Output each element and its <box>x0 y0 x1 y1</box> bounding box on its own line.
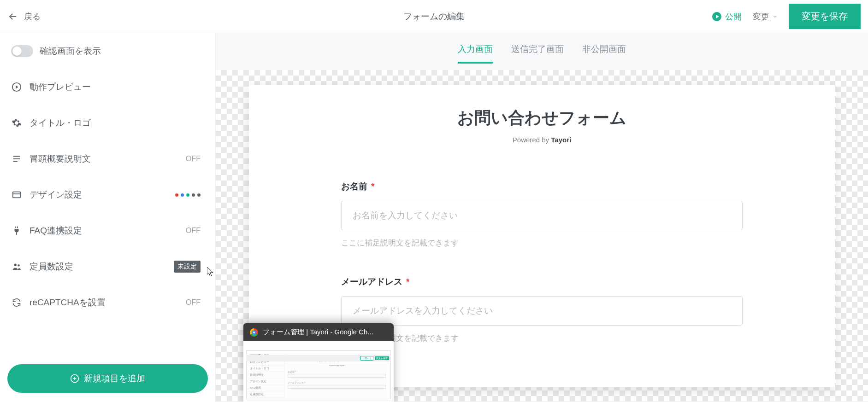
sidebar-item-label: タイトル・ロゴ <box>30 117 204 129</box>
sidebar-item-label: 定員数設定 <box>30 261 174 273</box>
play-icon <box>712 12 721 21</box>
taskbar-preview-title: フォーム管理 | Tayori - Google Ch... <box>263 328 373 337</box>
powered-prefix: Powered by <box>513 136 551 144</box>
sidebar-item-label: FAQ連携設定 <box>30 225 186 237</box>
add-item-button[interactable]: 新規項目を追加 <box>7 364 208 393</box>
header: 戻る フォームの編集 公開 変更 変更を保存 <box>0 0 868 33</box>
sidebar-item-capacity[interactable]: 定員数設定 未設定 <box>0 249 215 285</box>
field-label: メールアドレス * <box>341 276 743 288</box>
publish-label: 公開 <box>725 11 742 22</box>
sidebar-item-status: OFF <box>186 155 201 163</box>
sidebar-item-intro-text[interactable]: 冒頭概要説明文 OFF <box>0 141 215 177</box>
email-input[interactable] <box>341 296 743 326</box>
sidebar-item-label: 冒頭概要説明文 <box>30 153 186 165</box>
sidebar-item-faq[interactable]: FAQ連携設定 OFF <box>0 213 215 249</box>
sidebar-item-label: reCAPTCHAを設置 <box>30 297 186 309</box>
confirm-screen-label: 確認画面を表示 <box>40 45 204 57</box>
field-label: お名前 * <box>341 181 743 192</box>
sidebar-item-status: OFF <box>186 298 201 307</box>
svg-point-2 <box>14 264 17 267</box>
confirm-screen-toggle-row[interactable]: 確認画面を表示 <box>0 33 215 69</box>
play-circle-icon <box>11 82 22 93</box>
field-hint: ここに補足説明文を記載できます <box>341 333 743 344</box>
sidebar: 確認画面を表示 動作プレビュー タイトル・ロゴ 冒頭概要説明文 OFF デザイン… <box>0 33 216 402</box>
change-dropdown[interactable]: 変更 <box>753 11 778 22</box>
users-icon <box>11 261 22 272</box>
required-icon: * <box>406 277 409 287</box>
taskbar-preview-thumbnail: 公開する変更を保存 確認画面を表示動作プレビュータイトル・ロゴ冒頭説明文デザイン… <box>243 341 394 402</box>
sidebar-item-label: 動作プレビュー <box>30 81 204 93</box>
form-field-name[interactable]: お名前 * ここに補足説明文を記載できます <box>341 181 743 248</box>
taskbar-window-preview[interactable]: フォーム管理 | Tayori - Google Ch... 公開する変更を保存… <box>243 323 394 402</box>
toggle-switch[interactable] <box>11 45 33 57</box>
sidebar-item-title-logo[interactable]: タイトル・ロゴ <box>0 105 215 141</box>
taskbar-preview-header: フォーム管理 | Tayori - Google Ch... <box>243 323 394 341</box>
plug-icon <box>11 225 22 236</box>
save-button[interactable]: 変更を保存 <box>789 4 861 29</box>
gear-icon <box>11 117 22 128</box>
form-field-email[interactable]: メールアドレス * ここに補足説明文を記載できます <box>341 276 743 344</box>
sidebar-item-design[interactable]: デザイン設定 <box>0 177 215 213</box>
svg-rect-1 <box>13 192 21 198</box>
status-badge: 未設定 <box>174 261 201 273</box>
tab-complete-screen[interactable]: 送信完了画面 <box>511 43 564 64</box>
svg-point-3 <box>18 264 20 267</box>
change-label: 変更 <box>753 11 769 22</box>
chrome-icon <box>250 328 258 337</box>
color-dots-icon <box>175 193 201 197</box>
sidebar-item-recaptcha[interactable]: reCAPTCHAを設置 OFF <box>0 285 215 320</box>
sidebar-item-label: デザイン設定 <box>30 189 175 201</box>
back-label: 戻る <box>24 11 41 22</box>
name-input[interactable] <box>341 201 743 230</box>
page-title: フォームの編集 <box>403 11 465 23</box>
view-tabs: 入力画面 送信完了画面 非公開画面 <box>216 33 868 64</box>
powered-by: Powered by Tayori <box>341 136 743 144</box>
palette-icon <box>11 189 22 200</box>
field-hint: ここに補足説明文を記載できます <box>341 238 743 248</box>
tab-private-screen[interactable]: 非公開画面 <box>582 43 626 64</box>
publish-button[interactable]: 公開 <box>712 11 742 22</box>
sidebar-item-preview[interactable]: 動作プレビュー <box>0 69 215 105</box>
required-icon: * <box>371 181 374 192</box>
arrow-left-icon <box>7 11 18 22</box>
tab-input-screen[interactable]: 入力画面 <box>458 43 493 64</box>
text-lines-icon <box>11 153 22 164</box>
sidebar-item-status: OFF <box>186 227 201 235</box>
powered-brand: Tayori <box>551 136 571 144</box>
add-item-label: 新規項目を追加 <box>84 373 145 385</box>
form-title: お問い合わせフォーム <box>341 107 743 129</box>
plus-circle-icon <box>70 374 79 383</box>
field-label-text: メールアドレス <box>341 276 402 288</box>
header-actions: 公開 変更 変更を保存 <box>712 4 861 29</box>
recaptcha-icon <box>11 297 22 308</box>
chevron-down-icon <box>772 14 778 19</box>
back-button[interactable]: 戻る <box>7 11 41 22</box>
field-label-text: お名前 <box>341 181 367 192</box>
